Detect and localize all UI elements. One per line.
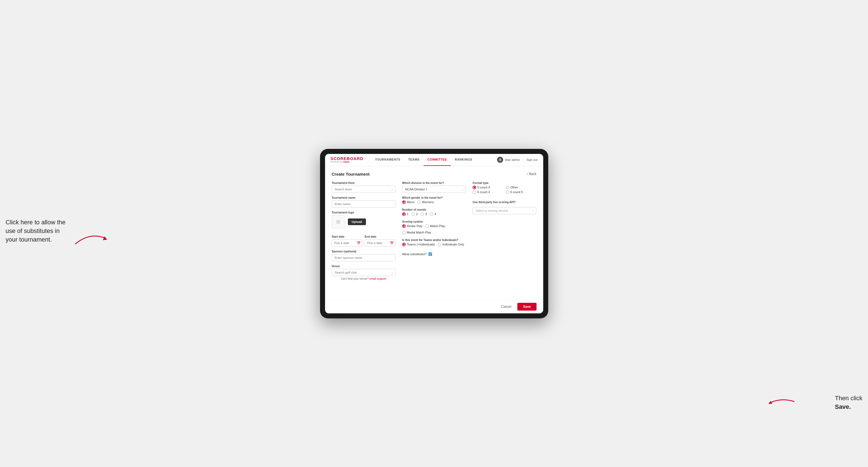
format-options: 5 count 4 Other 6 count 4 [472,186,536,194]
gender-womens-radio[interactable] [417,200,421,204]
division-select-wrapper: NCAA Division I [402,186,466,193]
cancel-button[interactable]: Cancel [498,303,515,310]
scoring-field-group: Scoring system Stroke Play Match Play [402,220,466,235]
round-3-radio[interactable] [421,212,424,216]
host-select-wrapper [332,186,396,193]
save-button[interactable]: Save [517,303,536,311]
gender-mens[interactable]: Mens [402,200,414,204]
back-button[interactable]: ‹ Back [527,172,536,176]
format-6count4[interactable]: 6 count 4 [472,190,503,194]
logo-field-group: Tournament logo ⊞ Upload [332,211,396,232]
event-teams[interactable]: Teams (+Individuals) [402,243,435,246]
user-avatar: B [497,157,503,163]
scoring-question: Scoring system [402,220,466,223]
substitutes-field-group: Allow substitutes? [402,252,466,256]
round-3[interactable]: 3 [421,212,427,216]
form-col2: Which division is the event for? NCAA Di… [402,182,466,284]
start-date-label: Start date [332,235,363,238]
nav-link-committee[interactable]: COMMITTEE [424,154,451,166]
venue-email-link[interactable]: email support [369,277,386,280]
scoring-match-radio[interactable] [425,224,429,228]
round-1[interactable]: 1 [402,212,408,216]
host-input[interactable] [332,186,396,193]
substitutes-label: Allow substitutes? [402,252,427,256]
gender-mens-radio[interactable] [402,200,406,204]
upload-button[interactable]: Upload [348,218,366,225]
round-1-radio[interactable] [402,212,406,216]
form-col1: Tournament Host Tournament name Tourname… [332,182,396,284]
page-footer: Cancel Save [325,300,543,313]
scoring-radio-group: Stroke Play Match Play Medal Match Play [402,224,466,234]
format-6count4-radio[interactable] [472,190,476,194]
nav-link-tournaments[interactable]: TOURNAMENTS [371,154,404,166]
svg-marker-0 [103,236,107,240]
division-question: Which division is the event for? [402,182,466,185]
format-field-group: Format type 5 count 4 Other [472,182,536,194]
event-individuals[interactable]: Individuals Only [438,243,464,246]
tablet-frame: SCOREBOARD Powered by clippd TOURNAMENTS… [320,149,548,318]
event-type-question: Is this event for Teams and/or Individua… [402,239,466,242]
sponsor-label: Sponsor (optional) [332,250,396,253]
form-col3: Format type 5 count 4 Other [472,182,536,284]
name-input[interactable] [332,200,396,208]
annotation-right: Then click Save. [835,394,862,411]
event-type-radio-group: Teams (+Individuals) Individuals Only [402,243,466,246]
form-grid: Tournament Host Tournament name Tourname… [332,182,536,284]
calendar-icon-start: 📅 [357,241,361,245]
name-field-group: Tournament name [332,196,396,208]
end-date-wrapper: 📅 [365,239,396,247]
format-label: Format type [472,182,536,185]
user-name: blair admin [505,158,520,161]
end-date-group: End date 📅 [365,235,396,247]
name-label: Tournament name [332,196,396,199]
scoring-api-select[interactable]: Select a scoring service [472,207,536,214]
format-other[interactable]: Other [506,186,536,189]
rounds-question: Number of rounds [402,208,466,211]
scoring-match[interactable]: Match Play [425,224,445,228]
venue-select-wrapper [332,269,396,276]
format-6count5[interactable]: 6 count 5 [506,190,536,194]
gender-radio-group: Mens Womens [402,200,466,204]
format-other-radio[interactable] [506,186,509,189]
nav-link-rankings[interactable]: RANKINGS [451,154,476,166]
scoring-stroke-radio[interactable] [402,224,406,228]
calendar-icon-end: 📅 [390,241,394,245]
nav-link-teams[interactable]: TEAMS [404,154,424,166]
start-date-wrapper: 📅 [332,239,363,247]
annotation-bold: Save. [835,403,851,410]
page-title: Create Tournament [332,172,370,177]
nav-bar: SCOREBOARD Powered by clippd TOURNAMENTS… [325,154,543,166]
logo-scoreboard: SCOREBOARD [331,156,364,161]
venue-input[interactable] [332,269,396,276]
scoring-api-label: Use third-party live scoring API? [472,201,536,204]
date-row: Start date 📅 End date 📅 [332,235,396,247]
scoring-api-select-wrapper: Select a scoring service [472,206,536,214]
format-5count4-radio[interactable] [472,186,476,189]
venue-label: Venue [332,265,396,268]
format-5count4[interactable]: 5 count 4 [472,186,503,189]
round-2-radio[interactable] [411,212,415,216]
scoring-medal[interactable]: Medal Match Play [402,231,431,234]
event-teams-radio[interactable] [402,243,406,246]
host-field-group: Tournament Host [332,182,396,193]
format-6count5-radio[interactable] [506,190,509,194]
nav-user: B blair admin | Sign out [497,157,537,163]
arrow-right [768,396,796,407]
substitutes-checkbox[interactable] [428,252,432,256]
scoring-stroke[interactable]: Stroke Play [402,224,423,228]
round-2[interactable]: 2 [411,212,418,216]
gender-question: Which gender is the event for? [402,196,466,199]
scoring-medal-radio[interactable] [402,231,406,234]
venue-help: Can't find your venue? email support [332,277,396,280]
rounds-field-group: Number of rounds 1 2 [402,208,466,217]
division-select[interactable]: NCAA Division I [402,186,466,193]
round-4[interactable]: 4 [430,212,436,216]
logo-placeholder: ⊞ [332,215,345,228]
sponsor-input[interactable] [332,254,396,261]
gender-womens[interactable]: Womens [417,200,434,204]
event-individuals-radio[interactable] [438,243,441,246]
svg-marker-1 [768,401,772,404]
sign-out-link[interactable]: Sign out [526,158,537,161]
round-4-radio[interactable] [430,212,433,216]
logo-label: Tournament logo [332,211,396,214]
